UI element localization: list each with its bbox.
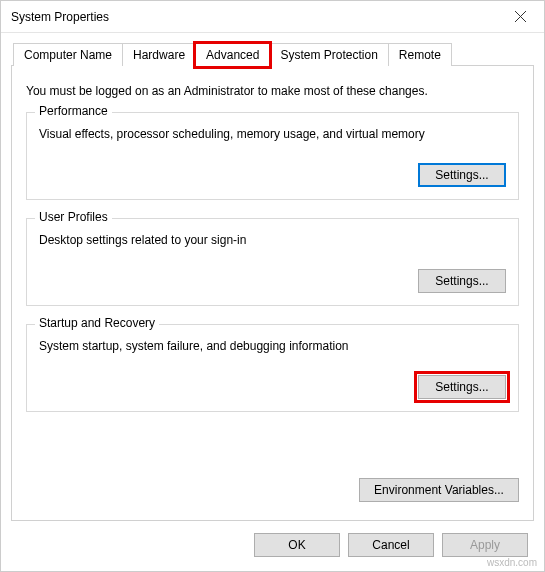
group-startup-recovery-legend: Startup and Recovery [35,316,159,330]
tab-panel-advanced: You must be logged on as an Administrato… [11,65,534,521]
group-startup-recovery-button-row: Settings... [39,375,506,399]
window-title: System Properties [11,10,109,24]
tab-system-protection[interactable]: System Protection [269,43,388,66]
group-startup-recovery-desc: System startup, system failure, and debu… [39,339,506,353]
group-user-profiles: User Profiles Desktop settings related t… [26,218,519,306]
env-variables-row: Environment Variables... [26,478,519,502]
group-performance-legend: Performance [35,104,112,118]
ok-button[interactable]: OK [254,533,340,557]
group-user-profiles-button-row: Settings... [39,269,506,293]
performance-settings-button[interactable]: Settings... [418,163,506,187]
environment-variables-button[interactable]: Environment Variables... [359,478,519,502]
group-user-profiles-legend: User Profiles [35,210,112,224]
group-performance-button-row: Settings... [39,163,506,187]
tab-advanced[interactable]: Advanced [195,43,270,67]
tab-remote[interactable]: Remote [388,43,452,66]
tab-hardware[interactable]: Hardware [122,43,196,66]
group-user-profiles-desc: Desktop settings related to your sign-in [39,233,506,247]
titlebar: System Properties [1,1,544,33]
apply-button[interactable]: Apply [442,533,528,557]
tabs-row: Computer Name Hardware Advanced System P… [13,43,534,66]
group-performance-desc: Visual effects, processor scheduling, me… [39,127,506,141]
admin-notice: You must be logged on as an Administrato… [26,84,519,98]
system-properties-window: System Properties Computer Name Hardware… [0,0,545,572]
close-button[interactable] [500,3,540,31]
user-profiles-settings-button[interactable]: Settings... [418,269,506,293]
tab-computer-name[interactable]: Computer Name [13,43,123,66]
dialog-buttons: OK Cancel Apply [1,521,544,571]
cancel-button[interactable]: Cancel [348,533,434,557]
startup-recovery-settings-button[interactable]: Settings... [418,375,506,399]
group-performance: Performance Visual effects, processor sc… [26,112,519,200]
dialog-content: Computer Name Hardware Advanced System P… [1,33,544,521]
close-icon [515,11,526,22]
group-startup-recovery: Startup and Recovery System startup, sys… [26,324,519,412]
